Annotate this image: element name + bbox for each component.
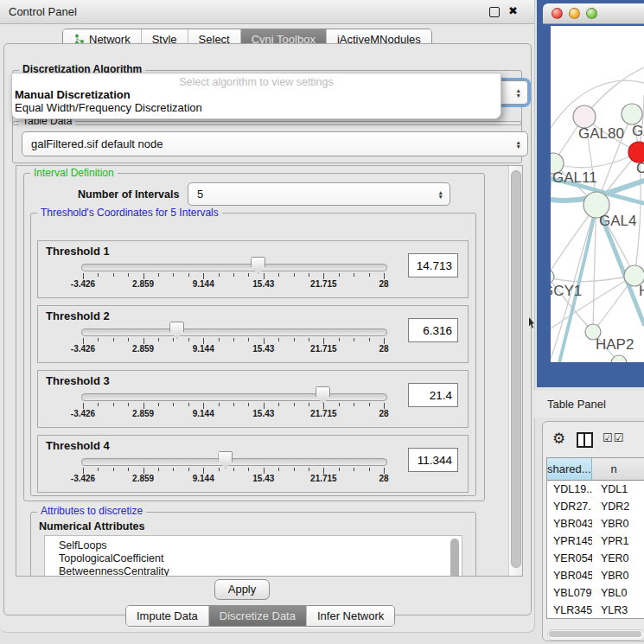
algorithm-option[interactable]: Manual Discretization — [15, 88, 131, 101]
slider-tick-label: 9.144 — [193, 279, 214, 289]
cell-shared-name[interactable]: YBR045C — [547, 567, 592, 584]
cell-shared-name[interactable]: YER054C — [547, 550, 592, 567]
threshold-slider-thumb[interactable] — [251, 257, 265, 274]
threshold-label: Threshold 2 — [46, 309, 110, 322]
cell-name[interactable]: YBR0 — [592, 567, 644, 584]
slider-tick — [173, 468, 174, 471]
threshold-box-4: Threshold 4-3.4262.8599.14415.4321.71528… — [37, 435, 469, 493]
attributes-list-scrollbar-thumb[interactable] — [450, 539, 459, 577]
combo-stepper-icon[interactable]: ▲▼ — [516, 88, 521, 98]
table-header-row: shared... n — [547, 458, 644, 481]
slider-tick — [264, 338, 265, 344]
cell-name[interactable]: YPR1 — [592, 532, 644, 550]
cell-shared-name[interactable]: YDR27... — [547, 498, 592, 515]
network-node-label: C — [636, 160, 644, 176]
table-row[interactable]: YLR345WYLR3 — [547, 602, 644, 619]
bottom-tab-discretize-data[interactable]: Discretize Data — [208, 606, 306, 626]
slider-tick — [188, 338, 189, 341]
slider-tick — [369, 468, 370, 471]
cell-shared-name[interactable]: YLR345W — [547, 602, 592, 619]
slider-tick-label: 28 — [379, 279, 388, 289]
settings-scrollbar-lane[interactable] — [508, 166, 522, 576]
column-header-shared-name[interactable]: shared... — [547, 458, 592, 480]
bottom-tab-strip: Impute DataDiscretize DataInfer Network — [125, 605, 395, 627]
column-header-name[interactable]: n — [592, 458, 644, 480]
close-window-icon[interactable] — [552, 8, 563, 19]
split-columns-icon[interactable] — [577, 432, 593, 448]
threshold-value-field[interactable]: 14.713 — [408, 253, 458, 277]
network-node[interactable] — [622, 104, 642, 124]
threshold-slider-track[interactable] — [81, 328, 387, 336]
table-row[interactable]: YDL19...YDL1 — [547, 481, 644, 498]
table-panel-window: ⚙ ☑☑ shared... n YDL19...YDL1YDR27...YDR… — [542, 421, 644, 641]
threshold-slider-thumb[interactable] — [218, 451, 233, 469]
float-window-icon[interactable] — [489, 7, 500, 17]
slider-tick — [384, 468, 385, 474]
bottom-tab-impute-data[interactable]: Impute Data — [126, 606, 208, 626]
number-of-intervals-combobox[interactable]: 5 ▲▼ — [188, 182, 450, 206]
cell-shared-name[interactable]: YPR145W — [547, 532, 592, 550]
slider-tick — [248, 468, 249, 471]
gear-icon[interactable]: ⚙ — [552, 430, 565, 448]
table-hscrollbar-thumb[interactable] — [549, 631, 641, 637]
table-row[interactable]: YPR145WYPR1 — [547, 532, 644, 550]
combo-stepper-icon[interactable]: ▲▼ — [516, 139, 521, 149]
slider-tick-label: 15.43 — [252, 279, 274, 289]
table-row[interactable]: YBR043CYBR0 — [547, 515, 644, 532]
settings-scrollbar-thumb[interactable] — [511, 170, 521, 568]
threshold-slider-track[interactable] — [81, 458, 387, 466]
attribute-list-item[interactable]: BetweennessCentrality — [45, 565, 462, 577]
threshold-value-field[interactable]: 6.316 — [408, 318, 458, 342]
algorithm-option[interactable]: Equal Width/Frequency Discretization — [15, 101, 202, 114]
network-node-label: GAL4 — [599, 213, 636, 229]
slider-tick-label: 21.715 — [310, 474, 337, 483]
table-row[interactable]: YBR045CYBR0 — [547, 567, 644, 584]
select-columns-checkbox-icons[interactable]: ☑☑ — [603, 431, 624, 444]
slider-tick — [323, 403, 324, 409]
slider-tick — [233, 273, 234, 277]
table-row[interactable]: YBL079WYBL0 — [547, 584, 644, 602]
slider-tick — [323, 468, 324, 474]
slider-tick — [233, 338, 234, 341]
slider-tick-label: 9.144 — [193, 409, 214, 418]
numerical-attributes-list[interactable]: SelfLoopsTopologicalCoefficientBetweenne… — [44, 535, 462, 577]
zoom-window-icon[interactable] — [586, 8, 597, 19]
table-hscrollbar-lane[interactable] — [547, 629, 644, 641]
tab-label: Impute Data — [137, 609, 198, 622]
attribute-list-item[interactable]: TopologicalCoefficient — [45, 552, 462, 565]
threshold-slider-track[interactable] — [81, 264, 387, 271]
attribute-list-item[interactable]: SelfLoops — [45, 539, 462, 552]
network-canvas[interactable]: GAL80GACGAL11GAL4GCY1HHAP2 — [551, 26, 644, 362]
cell-name[interactable]: YBR0 — [592, 515, 644, 532]
cell-name[interactable]: YER0 — [592, 550, 644, 567]
threshold-slider-thumb[interactable] — [316, 386, 330, 404]
threshold-slider-thumb[interactable] — [169, 322, 184, 339]
cell-shared-name[interactable]: YBR043C — [547, 515, 592, 532]
tab-label: Discretize Data — [220, 609, 296, 622]
cell-shared-name[interactable]: YDL19... — [547, 481, 592, 498]
apply-button[interactable]: Apply — [214, 579, 270, 600]
slider-tick — [188, 468, 189, 471]
table-row[interactable]: YER054CYER0 — [547, 550, 644, 567]
threshold-value-field[interactable]: 11.344 — [408, 448, 458, 472]
threshold-value-field[interactable]: 21.4 — [408, 383, 458, 407]
close-panel-icon[interactable]: ✖ — [508, 4, 518, 17]
threshold-slider-track[interactable] — [81, 393, 387, 401]
network-node[interactable] — [551, 270, 554, 284]
cell-shared-name[interactable]: YBL079W — [547, 584, 592, 602]
table-data-combobox[interactable]: galFiltered.sif default node ▲▼ — [22, 131, 528, 156]
cell-name[interactable]: YBL0 — [592, 584, 644, 602]
cell-name[interactable]: YLR3 — [592, 602, 644, 619]
bottom-tab-infer-network[interactable]: Infer Network — [306, 606, 394, 626]
minimize-window-icon[interactable] — [569, 8, 580, 19]
network-node-label: GA — [632, 123, 644, 139]
slider-tick — [173, 338, 174, 341]
slider-tick-label: 28 — [379, 344, 388, 354]
combo-stepper-icon[interactable]: ▲▼ — [438, 189, 443, 199]
slider-tick — [384, 403, 385, 409]
cell-name[interactable]: YDL1 — [592, 481, 644, 498]
slider-tick — [264, 273, 265, 279]
slider-tick — [158, 338, 159, 341]
table-row[interactable]: YDR27...YDR2 — [547, 498, 644, 515]
cell-name[interactable]: YDR2 — [592, 498, 644, 515]
